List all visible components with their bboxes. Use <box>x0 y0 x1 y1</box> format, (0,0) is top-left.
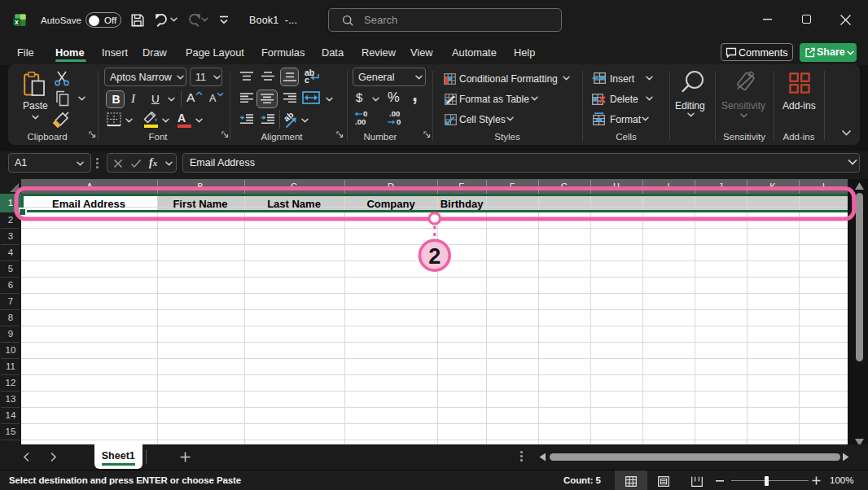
svg-text:x: x <box>15 17 19 25</box>
